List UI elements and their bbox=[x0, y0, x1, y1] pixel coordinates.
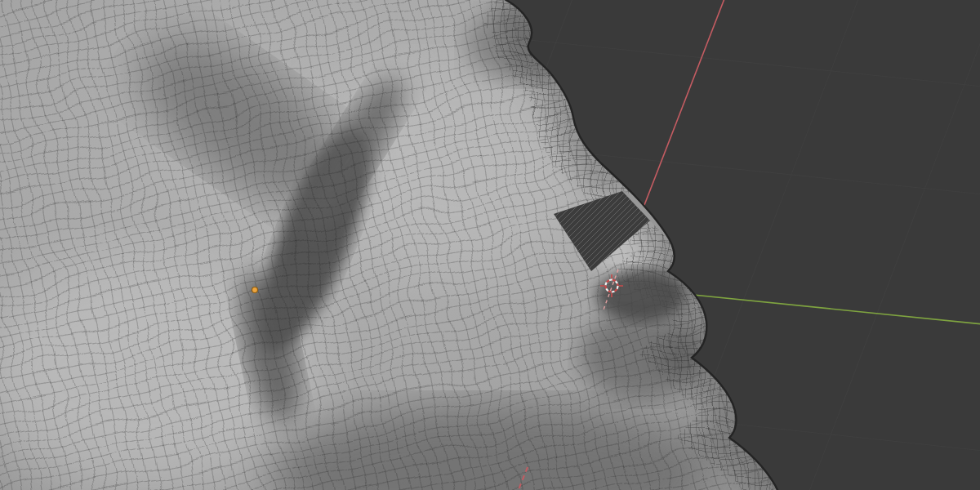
blender-window bbox=[0, 0, 980, 490]
cavity-shadow bbox=[596, 270, 686, 322]
viewport-3d[interactable] bbox=[0, 0, 980, 490]
object-origin-point bbox=[252, 287, 258, 293]
